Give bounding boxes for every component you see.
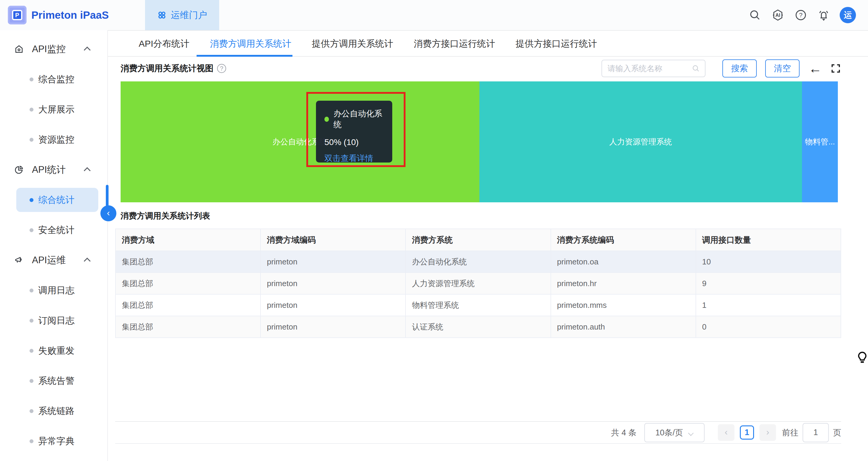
goto-label: 前往: [782, 427, 798, 438]
bullet-icon: [30, 78, 33, 82]
sidebar-item-big-screen[interactable]: 大屏展示: [0, 94, 107, 125]
nav-item-label: 运维门户: [171, 9, 207, 22]
tooltip-series-name: 办公自动化系统: [334, 108, 384, 130]
input-search-icon: [692, 64, 700, 73]
treemap-block-oa[interactable]: 办公自动化系统: [121, 82, 479, 202]
logo-letter: P: [12, 10, 22, 20]
table-row[interactable]: 集团总部 primeton 办公自动化系统 primeton.oa 10: [116, 251, 841, 273]
tab-provider-call-relation[interactable]: 提供方调用关系统计: [311, 31, 394, 57]
sidebar-group-api-operations[interactable]: API运维: [0, 245, 107, 275]
main-content: API分布统计 消费方调用关系统计 提供方调用关系统计 消费方接口运行统计 提供…: [108, 30, 868, 461]
sidebar-collapse-button[interactable]: ‹: [100, 205, 116, 221]
search-icon[interactable]: [748, 8, 762, 22]
treemap-label: 人力资源管理系统: [609, 136, 672, 147]
sidebar-item-security-statistics[interactable]: 安全统计: [0, 215, 107, 245]
total-count: 共 4 条: [611, 427, 637, 438]
nav-item-ops-portal[interactable]: 运维门户: [145, 0, 219, 30]
tab-provider-api-运行[interactable]: 提供方接口运行统计: [515, 31, 597, 57]
help-icon[interactable]: ?: [794, 8, 808, 22]
topbar-actions: AI ? 运: [748, 7, 856, 23]
clear-button[interactable]: 清空: [765, 59, 800, 78]
goto-page-input[interactable]: [803, 423, 829, 442]
search-button[interactable]: 搜索: [722, 59, 757, 78]
toolbar-actions: 搜索 清空 ←: [601, 59, 841, 78]
hint-lightbulb-icon[interactable]: [857, 351, 868, 367]
bullet-icon: [30, 439, 33, 443]
next-page-button[interactable]: ›: [760, 424, 776, 441]
back-arrow-icon[interactable]: ←: [809, 62, 822, 75]
treemap-block-mms[interactable]: 物料管...: [802, 82, 838, 202]
col-consumer-domain-code: 消费方域编码: [260, 229, 405, 251]
bullet-icon: [30, 138, 33, 142]
page-size-select[interactable]: 10条/页: [644, 423, 705, 442]
app-root: P Primeton iPaaS 运维门户: [0, 0, 868, 461]
col-consumer-system: 消费方系统: [405, 229, 551, 251]
sidebar-item-exception-dictionary[interactable]: 异常字典: [0, 426, 107, 456]
consumer-call-treemap: 办公自动化系统 人力资源管理系统 物料管... 办公自动化系统 50% (10)…: [121, 82, 838, 202]
sidebar-item-system-link[interactable]: 系统链路: [0, 396, 107, 426]
pagination-bar: 共 4 条 10条/页 ‹ 1 › 前往 页: [115, 421, 841, 444]
sidebar: API监控 综合监控 大屏展示 资源监控 API统计: [0, 30, 108, 461]
bullet-icon: [30, 198, 33, 202]
system-search-input[interactable]: [608, 64, 692, 73]
treemap-block-hr[interactable]: 人力资源管理系统: [479, 82, 802, 202]
sidebar-item-call-log[interactable]: 调用日志: [0, 275, 107, 305]
treemap-label: 物料管...: [805, 136, 835, 147]
active-tab-underline: [196, 55, 292, 57]
notification-bell-icon[interactable]: [817, 8, 831, 22]
current-page-button[interactable]: 1: [740, 425, 754, 439]
apps-grid-icon: [157, 10, 167, 20]
tooltip-detail-link[interactable]: 双击查看详情: [324, 153, 384, 164]
svg-text:?: ?: [799, 12, 802, 19]
sidebar-item-failure-resend[interactable]: 失败重发: [0, 336, 107, 366]
pie-chart-icon: [14, 165, 24, 175]
sidebar-item-system-alert[interactable]: 系统告警: [0, 366, 107, 396]
table-row[interactable]: 集团总部 primeton 物料管理系统 primeton.mms 1: [116, 294, 841, 316]
sidebar-group-api-statistics[interactable]: API统计: [0, 155, 107, 185]
sidebar-scrollbar[interactable]: [106, 185, 108, 207]
sidebar-item-resource-monitor[interactable]: 资源监控: [0, 125, 107, 155]
table-row[interactable]: 集团总部 primeton 认证系统 primeton.auth 0: [116, 316, 841, 338]
home-icon: [14, 44, 24, 54]
sidebar-item-subscription-log[interactable]: 订阅日志: [0, 305, 107, 336]
primeton-logo-icon: P: [8, 6, 27, 24]
title-help-icon[interactable]: ?: [217, 64, 226, 73]
brand-logo: P Primeton iPaaS: [8, 6, 109, 24]
megaphone-icon: [14, 255, 24, 265]
svg-text:AI: AI: [775, 12, 780, 18]
bullet-icon: [30, 379, 33, 383]
sidebar-group-label: API运维: [32, 254, 66, 267]
tab-consumer-api-运行[interactable]: 消费方接口运行统计: [413, 31, 496, 57]
sidebar-item-comprehensive-monitor[interactable]: 综合监控: [0, 64, 107, 94]
bullet-icon: [30, 288, 33, 293]
prev-page-button[interactable]: ‹: [718, 424, 735, 441]
ai-assistant-icon[interactable]: AI: [771, 8, 785, 22]
tooltip-value: 50% (10): [324, 137, 384, 147]
user-avatar[interactable]: 运: [840, 7, 856, 23]
chart-tooltip: 办公自动化系统 50% (10) 双击查看详情: [316, 101, 392, 162]
sidebar-group-label: API监控: [32, 43, 66, 56]
bullet-icon: [30, 349, 33, 353]
col-consumer-domain: 消费方域: [116, 229, 260, 251]
sidebar-group-api-monitor[interactable]: API监控: [0, 34, 107, 64]
statistics-tabs: API分布统计 消费方调用关系统计 提供方调用关系统计 消费方接口运行统计 提供…: [121, 31, 841, 57]
tooltip-series-dot: [324, 117, 329, 122]
tab-consumer-call-relation[interactable]: 消费方调用关系统计: [209, 31, 292, 57]
col-call-api-count: 调用接口数量: [696, 229, 841, 251]
chevron-up-icon: [84, 167, 91, 174]
bullet-icon: [30, 409, 33, 413]
bullet-icon: [30, 228, 33, 232]
tab-api-distribution[interactable]: API分布统计: [138, 31, 190, 57]
sidebar-item-comprehensive-statistics[interactable]: 综合统计: [0, 185, 107, 215]
top-bar: P Primeton iPaaS 运维门户: [0, 0, 868, 30]
chevron-down-icon: [688, 430, 693, 436]
system-search-box: [601, 60, 706, 77]
bullet-icon: [30, 319, 33, 322]
view-title: 消费方调用关系统计视图: [121, 63, 213, 74]
table-row[interactable]: 集团总部 primeton 人力资源管理系统 primeton.hr 9: [116, 273, 841, 294]
view-toolbar: 消费方调用关系统计视图 ? 搜索 清空 ←: [121, 58, 841, 79]
fullscreen-icon[interactable]: [830, 63, 841, 74]
list-title: 消费方调用关系统计列表: [121, 211, 841, 221]
page-unit-label: 页: [833, 427, 841, 438]
bullet-icon: [30, 107, 33, 112]
